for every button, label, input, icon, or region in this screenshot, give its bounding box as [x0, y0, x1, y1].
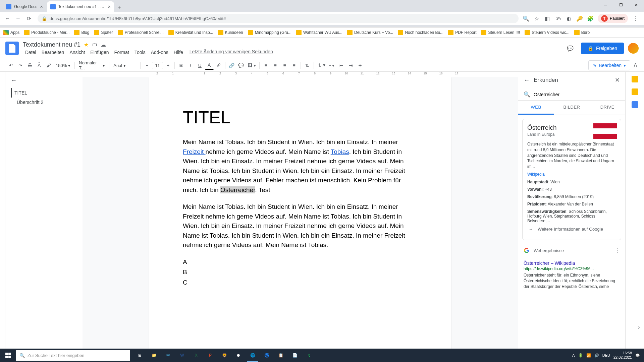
tray-expand-icon[interactable]: ᐱ — [572, 353, 575, 358]
extension-icon[interactable]: ◧ — [544, 15, 551, 22]
align-left-button[interactable]: ≡ — [262, 61, 270, 70]
align-justify-button[interactable]: ≡ — [290, 61, 299, 70]
app-icon[interactable]: 📋 — [274, 349, 288, 362]
wifi-icon[interactable]: 📶 — [586, 353, 591, 358]
explore-close-button[interactable]: ✕ — [615, 76, 620, 84]
new-tab-button[interactable]: + — [115, 3, 124, 12]
tasks-app-icon[interactable] — [632, 101, 638, 108]
battery-icon[interactable]: 🔋 — [578, 353, 583, 358]
menu-button[interactable]: ⋮ — [632, 15, 639, 22]
close-window-button[interactable]: ✕ — [629, 0, 644, 10]
app-icon[interactable]: 📄 — [288, 349, 302, 362]
last-edit-text[interactable]: Letzte Änderung vor wenigen Sekunden — [190, 49, 273, 56]
extension-icon[interactable]: 🛍 — [555, 15, 561, 22]
italic-button[interactable]: I — [186, 61, 195, 70]
document-canvas[interactable]: 2 1 1 2 3 4 5 6 7 8 9 10 11 12 13 14 15 … — [83, 72, 518, 349]
menu-tools[interactable]: Tools — [132, 49, 148, 56]
edge-icon[interactable]: 🌀 — [260, 349, 274, 362]
menu-file[interactable]: Datei — [23, 49, 39, 56]
list-item[interactable]: A — [183, 257, 418, 267]
comments-button[interactable]: 💬 — [564, 42, 577, 55]
paragraph[interactable]: Mein Name ist Tobias. Ich bin Student in… — [183, 202, 418, 250]
extension-icon[interactable]: ◐ — [566, 15, 572, 22]
extensions-button[interactable]: 🧩 — [587, 15, 594, 22]
bullet-list-button[interactable]: • ▾ — [328, 61, 336, 70]
menu-view[interactable]: Ansicht — [67, 49, 87, 56]
link-button[interactable]: 🔗 — [227, 61, 236, 70]
menu-help[interactable]: Hilfe — [171, 49, 185, 56]
zoom-select[interactable]: 150% ▾ — [54, 63, 72, 68]
star-icon[interactable]: ☆ — [533, 15, 540, 22]
more-info-link[interactable]: → Weitere Informationen auf Google — [527, 223, 616, 235]
search-result[interactable]: Österreicher – Wikipedia https://de.wiki… — [522, 257, 621, 293]
powerpoint-icon[interactable]: P — [203, 349, 217, 362]
file-explorer-icon[interactable]: 📁 — [147, 349, 161, 362]
bookmark-item[interactable]: Kursideen — [218, 30, 243, 35]
link-tobias[interactable]: Tobias — [331, 148, 349, 155]
print-button[interactable]: 🖶 — [25, 61, 34, 70]
increase-indent-button[interactable]: ⇥ — [346, 61, 355, 70]
outline-item[interactable]: Überschrift 2 — [11, 98, 77, 107]
bookmark-item[interactable]: Steuern Videos wic... — [525, 30, 570, 35]
bookmark-apps[interactable]: Apps — [3, 30, 19, 35]
maximize-button[interactable]: ☐ — [613, 0, 629, 10]
collapse-toolbar-button[interactable]: ᐱ — [634, 62, 637, 69]
side-expand-button[interactable]: › — [634, 322, 644, 333]
paint-format-button[interactable]: 🖌 — [44, 61, 53, 70]
comment-button[interactable]: 💬 — [237, 61, 246, 70]
menu-addons[interactable]: Add-ons — [149, 49, 171, 56]
task-view-button[interactable]: ⊞ — [133, 349, 147, 362]
reload-button[interactable]: ⟳ — [24, 14, 34, 23]
excel-icon[interactable]: X — [189, 349, 203, 362]
app-icon[interactable]: 🦁 — [217, 349, 231, 362]
text-color-button[interactable]: A — [205, 61, 214, 70]
bookmark-item[interactable]: Mindmapping (Gru... — [248, 30, 291, 35]
forward-button[interactable]: → — [13, 14, 23, 23]
bookmark-item[interactable]: Blog — [74, 30, 89, 35]
bookmark-item[interactable]: Wahlfächer WU Aus... — [296, 30, 342, 35]
image-button[interactable]: 🖼 ▾ — [246, 61, 257, 70]
bookmark-item[interactable]: Professionell Schrei... — [118, 30, 164, 35]
spotify-icon[interactable]: ♫ — [302, 349, 316, 362]
bookmark-item[interactable]: Büro — [574, 30, 590, 35]
spellcheck-button[interactable]: Ǎ — [35, 61, 44, 70]
extension-icon[interactable]: 🔑 — [576, 15, 583, 22]
word-icon[interactable]: W — [175, 349, 189, 362]
outline-back-button[interactable]: ← — [11, 77, 77, 84]
list-item[interactable]: B — [183, 267, 418, 277]
close-icon[interactable]: × — [40, 4, 43, 9]
docs-logo[interactable] — [5, 42, 19, 55]
calendar-app-icon[interactable] — [632, 76, 638, 82]
add-app-button[interactable]: + — [633, 114, 637, 119]
browser-tab-active[interactable]: Textdokument neu #1 - Google × — [47, 1, 114, 12]
clear-format-button[interactable]: T — [356, 61, 365, 70]
notifications-icon[interactable]: 💬 — [635, 353, 640, 358]
clock[interactable]: 16:58 22.02.2021 — [613, 351, 632, 360]
explore-back-button[interactable]: ← — [524, 77, 530, 84]
bookmark-item[interactable]: Noch hochladen Bu... — [398, 30, 443, 35]
bookmark-item[interactable]: Produktsuche - Mer... — [24, 30, 69, 35]
tab-web[interactable]: WEB — [518, 101, 554, 115]
line-spacing-button[interactable]: ⇅ — [303, 61, 312, 70]
windows-search-input[interactable]: 🔍 Zur Suche Text hier eingeben — [16, 350, 130, 361]
document-page[interactable]: TITEL Mein Name ist Tobias. Ich bin Stud… — [149, 77, 451, 349]
language-indicator[interactable]: DEU — [602, 353, 610, 357]
back-button[interactable]: ← — [3, 14, 12, 23]
bookmark-item[interactable]: Steuern Lesen !!!! — [481, 30, 520, 35]
list-item[interactable]: C — [183, 278, 418, 288]
paragraph[interactable]: Mein Name ist Tobias. Ich bin Student in… — [183, 137, 418, 195]
align-right-button[interactable]: ≡ — [280, 61, 289, 70]
cloud-icon[interactable]: ☁ — [101, 42, 106, 48]
font-select[interactable]: Arial ▾ — [111, 63, 138, 68]
font-size-input[interactable]: 11 — [152, 62, 163, 69]
menu-format[interactable]: Format — [112, 49, 131, 56]
highlight-button[interactable]: 🖊 — [214, 61, 223, 70]
minimize-button[interactable]: ─ — [598, 0, 613, 10]
link-freizeit[interactable]: Freizeit — [183, 148, 206, 155]
menu-insert[interactable]: Einfügen — [88, 49, 111, 56]
font-size-increase[interactable]: + — [164, 61, 172, 70]
move-icon[interactable]: 🗀 — [92, 42, 97, 48]
star-icon[interactable]: ★ — [84, 42, 89, 48]
document-title[interactable]: Textdokument neu #1 — [23, 41, 80, 48]
numbered-list-button[interactable]: ⒈ ▾ — [316, 61, 327, 70]
